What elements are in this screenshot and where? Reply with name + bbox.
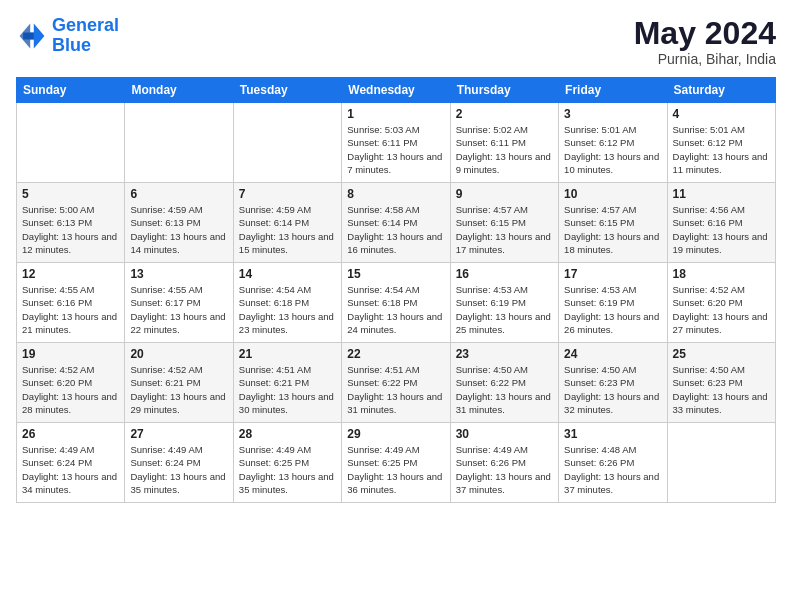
week-row-2: 12Sunrise: 4:55 AM Sunset: 6:16 PM Dayli… xyxy=(17,263,776,343)
day-number: 19 xyxy=(22,347,119,361)
day-info: Sunrise: 4:49 AM Sunset: 6:24 PM Dayligh… xyxy=(130,443,227,496)
calendar-cell: 24Sunrise: 4:50 AM Sunset: 6:23 PM Dayli… xyxy=(559,343,667,423)
calendar-cell: 16Sunrise: 4:53 AM Sunset: 6:19 PM Dayli… xyxy=(450,263,558,343)
day-info: Sunrise: 4:59 AM Sunset: 6:14 PM Dayligh… xyxy=(239,203,336,256)
day-info: Sunrise: 4:55 AM Sunset: 6:17 PM Dayligh… xyxy=(130,283,227,336)
logo-text: General Blue xyxy=(52,16,119,56)
calendar-cell: 27Sunrise: 4:49 AM Sunset: 6:24 PM Dayli… xyxy=(125,423,233,503)
day-info: Sunrise: 4:59 AM Sunset: 6:13 PM Dayligh… xyxy=(130,203,227,256)
calendar-cell: 18Sunrise: 4:52 AM Sunset: 6:20 PM Dayli… xyxy=(667,263,775,343)
day-number: 24 xyxy=(564,347,661,361)
day-info: Sunrise: 4:48 AM Sunset: 6:26 PM Dayligh… xyxy=(564,443,661,496)
day-number: 17 xyxy=(564,267,661,281)
calendar-cell: 12Sunrise: 4:55 AM Sunset: 6:16 PM Dayli… xyxy=(17,263,125,343)
calendar-cell: 19Sunrise: 4:52 AM Sunset: 6:20 PM Dayli… xyxy=(17,343,125,423)
day-info: Sunrise: 4:52 AM Sunset: 6:21 PM Dayligh… xyxy=(130,363,227,416)
day-info: Sunrise: 4:54 AM Sunset: 6:18 PM Dayligh… xyxy=(347,283,444,336)
day-number: 14 xyxy=(239,267,336,281)
day-number: 3 xyxy=(564,107,661,121)
day-number: 16 xyxy=(456,267,553,281)
day-number: 29 xyxy=(347,427,444,441)
day-number: 31 xyxy=(564,427,661,441)
svg-marker-1 xyxy=(20,23,34,48)
day-info: Sunrise: 5:02 AM Sunset: 6:11 PM Dayligh… xyxy=(456,123,553,176)
calendar-table: Sunday Monday Tuesday Wednesday Thursday… xyxy=(16,77,776,503)
header-wednesday: Wednesday xyxy=(342,78,450,103)
day-info: Sunrise: 4:51 AM Sunset: 6:21 PM Dayligh… xyxy=(239,363,336,416)
day-info: Sunrise: 4:56 AM Sunset: 6:16 PM Dayligh… xyxy=(673,203,770,256)
calendar-cell: 21Sunrise: 4:51 AM Sunset: 6:21 PM Dayli… xyxy=(233,343,341,423)
day-number: 6 xyxy=(130,187,227,201)
calendar-cell: 3Sunrise: 5:01 AM Sunset: 6:12 PM Daylig… xyxy=(559,103,667,183)
day-info: Sunrise: 5:01 AM Sunset: 6:12 PM Dayligh… xyxy=(673,123,770,176)
day-number: 8 xyxy=(347,187,444,201)
day-info: Sunrise: 4:53 AM Sunset: 6:19 PM Dayligh… xyxy=(456,283,553,336)
calendar-cell: 10Sunrise: 4:57 AM Sunset: 6:15 PM Dayli… xyxy=(559,183,667,263)
calendar-cell: 4Sunrise: 5:01 AM Sunset: 6:12 PM Daylig… xyxy=(667,103,775,183)
calendar-cell: 8Sunrise: 4:58 AM Sunset: 6:14 PM Daylig… xyxy=(342,183,450,263)
day-number: 25 xyxy=(673,347,770,361)
day-number: 7 xyxy=(239,187,336,201)
calendar-cell: 17Sunrise: 4:53 AM Sunset: 6:19 PM Dayli… xyxy=(559,263,667,343)
location: Purnia, Bihar, India xyxy=(634,51,776,67)
day-info: Sunrise: 4:58 AM Sunset: 6:14 PM Dayligh… xyxy=(347,203,444,256)
calendar-cell: 31Sunrise: 4:48 AM Sunset: 6:26 PM Dayli… xyxy=(559,423,667,503)
day-number: 18 xyxy=(673,267,770,281)
day-number: 13 xyxy=(130,267,227,281)
day-info: Sunrise: 4:55 AM Sunset: 6:16 PM Dayligh… xyxy=(22,283,119,336)
calendar-cell: 15Sunrise: 4:54 AM Sunset: 6:18 PM Dayli… xyxy=(342,263,450,343)
day-number: 21 xyxy=(239,347,336,361)
day-number: 15 xyxy=(347,267,444,281)
day-info: Sunrise: 4:57 AM Sunset: 6:15 PM Dayligh… xyxy=(564,203,661,256)
title-block: May 2024 Purnia, Bihar, India xyxy=(634,16,776,67)
day-number: 11 xyxy=(673,187,770,201)
day-info: Sunrise: 4:49 AM Sunset: 6:25 PM Dayligh… xyxy=(347,443,444,496)
day-info: Sunrise: 4:53 AM Sunset: 6:19 PM Dayligh… xyxy=(564,283,661,336)
calendar-cell: 2Sunrise: 5:02 AM Sunset: 6:11 PM Daylig… xyxy=(450,103,558,183)
day-number: 2 xyxy=(456,107,553,121)
day-info: Sunrise: 4:49 AM Sunset: 6:26 PM Dayligh… xyxy=(456,443,553,496)
day-number: 30 xyxy=(456,427,553,441)
calendar-cell: 28Sunrise: 4:49 AM Sunset: 6:25 PM Dayli… xyxy=(233,423,341,503)
calendar-cell: 20Sunrise: 4:52 AM Sunset: 6:21 PM Dayli… xyxy=(125,343,233,423)
logo-blue: Blue xyxy=(52,35,91,55)
calendar-cell: 1Sunrise: 5:03 AM Sunset: 6:11 PM Daylig… xyxy=(342,103,450,183)
header: General Blue May 2024 Purnia, Bihar, Ind… xyxy=(16,16,776,67)
day-info: Sunrise: 4:52 AM Sunset: 6:20 PM Dayligh… xyxy=(22,363,119,416)
week-row-1: 5Sunrise: 5:00 AM Sunset: 6:13 PM Daylig… xyxy=(17,183,776,263)
day-info: Sunrise: 4:54 AM Sunset: 6:18 PM Dayligh… xyxy=(239,283,336,336)
calendar-cell xyxy=(667,423,775,503)
day-number: 10 xyxy=(564,187,661,201)
day-info: Sunrise: 4:52 AM Sunset: 6:20 PM Dayligh… xyxy=(673,283,770,336)
day-number: 26 xyxy=(22,427,119,441)
calendar-cell: 26Sunrise: 4:49 AM Sunset: 6:24 PM Dayli… xyxy=(17,423,125,503)
calendar-cell: 30Sunrise: 4:49 AM Sunset: 6:26 PM Dayli… xyxy=(450,423,558,503)
logo: General Blue xyxy=(16,16,119,56)
logo-general: General xyxy=(52,15,119,35)
calendar-cell: 29Sunrise: 4:49 AM Sunset: 6:25 PM Dayli… xyxy=(342,423,450,503)
week-row-4: 26Sunrise: 4:49 AM Sunset: 6:24 PM Dayli… xyxy=(17,423,776,503)
day-info: Sunrise: 4:50 AM Sunset: 6:22 PM Dayligh… xyxy=(456,363,553,416)
day-number: 23 xyxy=(456,347,553,361)
day-info: Sunrise: 4:49 AM Sunset: 6:25 PM Dayligh… xyxy=(239,443,336,496)
month-title: May 2024 xyxy=(634,16,776,51)
day-info: Sunrise: 4:57 AM Sunset: 6:15 PM Dayligh… xyxy=(456,203,553,256)
day-number: 27 xyxy=(130,427,227,441)
day-info: Sunrise: 5:03 AM Sunset: 6:11 PM Dayligh… xyxy=(347,123,444,176)
day-info: Sunrise: 4:50 AM Sunset: 6:23 PM Dayligh… xyxy=(673,363,770,416)
header-thursday: Thursday xyxy=(450,78,558,103)
day-number: 4 xyxy=(673,107,770,121)
calendar-cell: 23Sunrise: 4:50 AM Sunset: 6:22 PM Dayli… xyxy=(450,343,558,423)
header-monday: Monday xyxy=(125,78,233,103)
calendar-cell: 14Sunrise: 4:54 AM Sunset: 6:18 PM Dayli… xyxy=(233,263,341,343)
header-saturday: Saturday xyxy=(667,78,775,103)
day-number: 22 xyxy=(347,347,444,361)
calendar-cell: 9Sunrise: 4:57 AM Sunset: 6:15 PM Daylig… xyxy=(450,183,558,263)
calendar-cell: 7Sunrise: 4:59 AM Sunset: 6:14 PM Daylig… xyxy=(233,183,341,263)
header-tuesday: Tuesday xyxy=(233,78,341,103)
day-info: Sunrise: 5:00 AM Sunset: 6:13 PM Dayligh… xyxy=(22,203,119,256)
week-row-0: 1Sunrise: 5:03 AM Sunset: 6:11 PM Daylig… xyxy=(17,103,776,183)
day-number: 12 xyxy=(22,267,119,281)
calendar-cell xyxy=(125,103,233,183)
day-info: Sunrise: 5:01 AM Sunset: 6:12 PM Dayligh… xyxy=(564,123,661,176)
